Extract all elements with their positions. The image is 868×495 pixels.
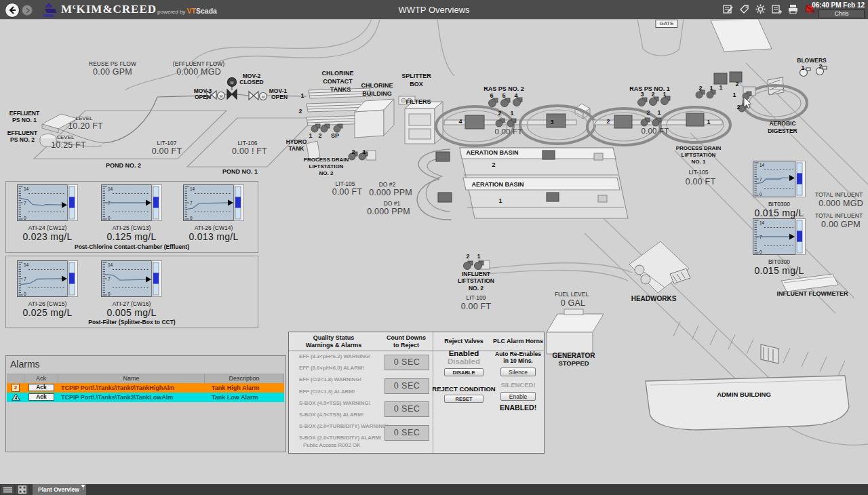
map-label: 2: [646, 110, 650, 116]
widget-value: 0.023 mg/L: [17, 231, 78, 242]
map-label: 3: [550, 119, 553, 125]
alarm-name: TCPIP Port\.\Tanks\Tank0\TankHighAlm: [58, 384, 205, 391]
map-label: 10.25 FT: [51, 141, 86, 150]
widget-value: 0.025 mg/L: [17, 307, 78, 318]
blower-icons: [800, 66, 827, 77]
widget-label: ATI-25 (CW13): [101, 224, 162, 231]
enable-button[interactable]: Enable: [500, 392, 536, 401]
map-label: FILTERS: [406, 99, 431, 105]
chlorine-contact-tanks: [307, 88, 371, 125]
map-label: STOPPED: [558, 360, 589, 367]
silence-button[interactable]: Silence: [500, 368, 536, 376]
trend-plot: 1470: [183, 184, 244, 221]
system-icons: [722, 3, 815, 15]
list-add-icon[interactable]: [771, 3, 783, 15]
quality-status-row: EFF (Cl2<1.8) WARNING!: [299, 376, 361, 382]
map-label: LIT-107: [157, 140, 177, 146]
map-label: OPEN: [195, 94, 211, 100]
disable-button[interactable]: DISABLE: [444, 368, 484, 376]
tag-icon[interactable]: [738, 3, 750, 15]
svg-text:0: 0: [760, 250, 762, 254]
clarifiers: [436, 106, 730, 146]
reject-enabled-status: Enabled: [449, 349, 479, 357]
tab-label: Plant Overview: [38, 486, 79, 493]
trend-plot: 1470: [101, 184, 162, 221]
trend-widget[interactable]: 1470BIT03000.015 mg/L: [753, 218, 806, 276]
trend-widget[interactable]: 1470ATI-27 (CW16)0.005 mg/L: [101, 260, 162, 318]
alarms-col-icon: [7, 374, 24, 383]
trend-plot: 1470: [17, 184, 78, 221]
effluent-ps: [40, 114, 103, 147]
tab-plant-overview[interactable]: Plant Overview: [33, 484, 86, 495]
panel-caption: Post-Filter (Splitter-Box to CCT): [6, 319, 258, 325]
trend-widget[interactable]: 1470BIT03000.015 mg/L: [753, 161, 806, 218]
widget-label: ATI-24 (CW12): [17, 224, 78, 231]
map-label: LIFTSTATION: [682, 153, 716, 158]
map-label: 5: [502, 93, 505, 99]
svg-text:0: 0: [24, 216, 26, 220]
svg-text:7: 7: [108, 277, 111, 281]
map-label: AEROBIC: [769, 121, 795, 127]
svg-text:0: 0: [190, 216, 193, 220]
brand-text: McKIM&CREED: [61, 3, 157, 16]
settings-icon[interactable]: [755, 3, 766, 15]
alarm-row-high[interactable]: 2 Ack TCPIP Port\.\Tanks\Tank0\TankHighA…: [7, 383, 284, 393]
logged-in-user[interactable]: Chris: [818, 9, 865, 18]
svg-text:14: 14: [760, 163, 765, 167]
notes-icon[interactable]: [722, 3, 734, 15]
ack-button[interactable]: Ack: [28, 384, 54, 391]
map-label: 0.000 PPM: [369, 189, 412, 197]
map-label: 2: [698, 85, 702, 92]
map-label: PROCESS DRAIN: [304, 157, 349, 163]
pump-icons: [311, 90, 751, 270]
map-label: FUEL LEVEL: [555, 292, 589, 298]
map-label: TANKS: [330, 87, 351, 93]
back-button[interactable]: [5, 3, 20, 18]
forward-button[interactable]: [22, 5, 33, 16]
pin-icon: [81, 484, 85, 490]
map-label: 1: [657, 110, 660, 116]
trend-widget[interactable]: 1470ATI-25 (CW13)0.125 mg/L: [101, 184, 162, 242]
page-grid-button[interactable]: [16, 485, 28, 494]
widget-value: 0.015 mg/L: [753, 207, 806, 218]
widget-label: BIT0300: [753, 201, 806, 207]
map-label: 2: [351, 149, 355, 155]
menu-button[interactable]: [1, 485, 14, 494]
map-label: 1: [477, 254, 480, 260]
alarms-col-description: Description: [205, 374, 284, 383]
map-label: MOV-3: [194, 88, 212, 94]
map-label: MOV-1: [269, 88, 287, 94]
map-label: OPEN: [271, 94, 288, 100]
trend-widget[interactable]: 1470ATI-26 (CW14)0.013 mg/L: [183, 184, 244, 242]
svg-text:7: 7: [24, 201, 26, 205]
quality-header-1b: Warnings & Alarms: [306, 342, 361, 349]
countdown-header: Count Downs: [387, 334, 426, 341]
title-bar: McKIM&CREED powered by VTScada WWTP Over…: [0, 0, 868, 20]
alarm-row-low[interactable]: 4 Ack TCPIP Port\.\Tanks\Tank3\TankLowAl…: [7, 393, 284, 402]
pipes-and-valves: M M M: [103, 78, 307, 144]
svg-text:M: M: [231, 81, 234, 85]
svg-text:7: 7: [760, 177, 762, 182]
reset-button[interactable]: RESET: [444, 395, 484, 403]
map-label: 1: [300, 93, 304, 99]
printer-icon[interactable]: [787, 3, 799, 15]
countdown-box: 0 SEC: [384, 425, 429, 441]
svg-text:7: 7: [24, 277, 26, 281]
map-label: 0.000 PPM: [367, 207, 410, 216]
taskbar: Plant Overview: [0, 484, 868, 495]
map-label: INFLUENT: [462, 271, 490, 277]
map-label: ADMIN BUILDING: [717, 391, 771, 398]
map-label: 6: [490, 93, 493, 99]
plc-horns-header: PLC Alarm Horns: [493, 338, 543, 344]
map-label: TANK: [289, 146, 304, 152]
map-label: 1: [707, 119, 710, 125]
horn-note-2: in 10 Mins.: [503, 357, 532, 364]
silenced-status: SILENCED!: [500, 381, 535, 389]
map-label: BUILDING: [362, 91, 392, 97]
map-label: LIT-105: [336, 181, 355, 187]
ack-button[interactable]: Ack: [28, 393, 54, 401]
trend-widget[interactable]: 1470ATI-26 (CW15)0.025 mg/L: [17, 260, 78, 318]
trend-widget[interactable]: 1470ATI-24 (CW12)0.023 mg/L: [17, 184, 78, 242]
svg-text:4: 4: [14, 396, 17, 401]
alarm-description: Tank Low Alarm: [205, 394, 284, 401]
